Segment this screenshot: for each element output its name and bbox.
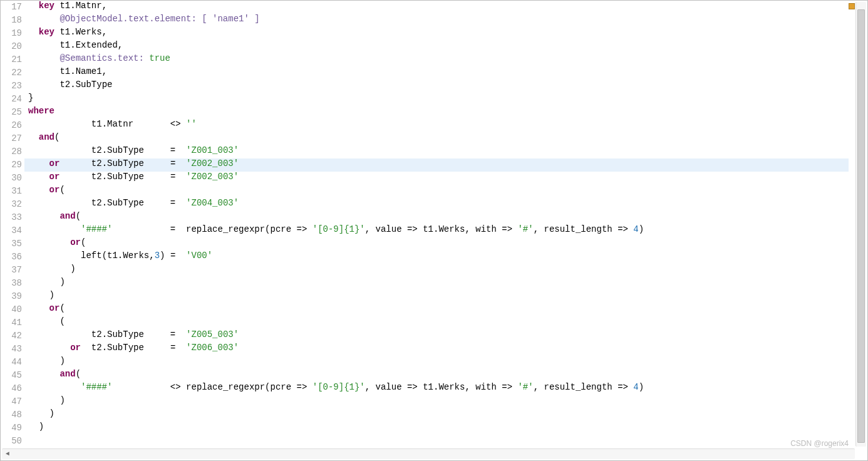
code-line[interactable]: or(	[24, 185, 849, 198]
token-kw: and	[59, 211, 75, 221]
token-punc: =	[170, 329, 175, 339]
token-plain: SubType	[76, 80, 113, 90]
code-line[interactable]: t1.Matnr <> ''	[24, 119, 849, 132]
token-plain	[307, 224, 312, 234]
token-plain: t1	[54, 1, 70, 11]
vertical-scrollbar[interactable]	[855, 2, 866, 447]
code-line[interactable]: @Semantics.text: true	[24, 53, 849, 66]
line-number: 41	[11, 316, 22, 329]
line-number: 21	[11, 53, 22, 66]
code-line[interactable]: or t2.SubType = 'Z002_003'	[24, 172, 849, 185]
code-line[interactable]: )	[24, 277, 849, 290]
code-line[interactable]: t2.SubType = 'Z005_003'	[24, 329, 849, 343]
code-line[interactable]	[24, 435, 849, 447]
token-punc: }	[28, 93, 33, 103]
token-punc: )	[49, 408, 54, 418]
token-plain: t1	[107, 251, 118, 261]
token-plain: t2	[28, 80, 70, 90]
code-line[interactable]: t2.SubType = 'Z001_003'	[24, 145, 849, 158]
token-plain	[28, 343, 70, 353]
overview-marker[interactable]	[849, 3, 855, 9]
horizontal-scrollbar[interactable]: ◄	[2, 448, 855, 459]
token-plain	[28, 14, 59, 24]
token-str: 'Z002_003'	[186, 158, 239, 168]
token-punc: .	[102, 172, 107, 182]
token-punc: )	[59, 356, 65, 366]
token-plain	[28, 158, 49, 168]
code-line[interactable]: )	[24, 290, 849, 303]
token-punc: ,	[465, 382, 470, 392]
token-plain	[28, 422, 39, 432]
token-punc: (	[265, 224, 270, 234]
token-plain	[28, 27, 39, 37]
code-line[interactable]: t1.Name1,	[24, 66, 849, 80]
code-line[interactable]: @ObjectModel.text.element: [ 'name1' ]	[24, 14, 849, 27]
token-punc: =	[170, 145, 175, 155]
token-punc: =>	[617, 382, 628, 392]
token-plain: t2	[59, 158, 101, 168]
code-line[interactable]: )	[24, 395, 849, 408]
line-number: 31	[11, 185, 22, 198]
token-punc: .	[102, 119, 107, 129]
token-plain: with	[470, 224, 502, 234]
code-line[interactable]: t2.SubType	[24, 80, 849, 93]
code-line[interactable]: )	[24, 422, 849, 435]
code-line[interactable]: and(	[24, 369, 849, 382]
code-line[interactable]: or t2.SubType = 'Z002_003'	[24, 158, 849, 172]
token-str: '####'	[81, 382, 112, 392]
code-line[interactable]: t2.SubType = 'Z004_003'	[24, 198, 849, 211]
code-line[interactable]: )	[24, 356, 849, 369]
code-line[interactable]: where	[24, 106, 849, 119]
vertical-scroll-thumb[interactable]	[857, 9, 865, 443]
line-number: 29	[11, 158, 22, 172]
code-line[interactable]: key t1.Werks,	[24, 27, 849, 40]
token-plain	[28, 277, 59, 287]
token-punc: .	[102, 158, 107, 168]
token-plain: t1	[418, 224, 433, 234]
token-punc: .	[70, 66, 75, 76]
token-plain: replace_regexpr	[175, 224, 265, 234]
token-plain: t1	[54, 27, 70, 37]
scroll-left-button[interactable]: ◄	[3, 450, 12, 458]
token-plain: SubType	[107, 158, 170, 168]
line-number: 38	[11, 277, 22, 290]
code-line[interactable]: and(	[24, 132, 849, 145]
code-line[interactable]: or(	[24, 303, 849, 316]
token-plain	[112, 382, 170, 392]
line-number: 34	[11, 224, 22, 237]
token-punc: ,	[149, 251, 154, 261]
code-line[interactable]: '####' <> replace_regexpr(pcre => '[0-9]…	[24, 382, 849, 395]
token-punc: (	[59, 185, 65, 195]
token-kw: or	[49, 185, 60, 195]
token-punc: (	[59, 303, 65, 313]
token-punc: ,	[102, 1, 107, 11]
code-line[interactable]: }	[24, 93, 849, 106]
token-kw: or	[49, 158, 60, 168]
code-line[interactable]: )	[24, 408, 849, 422]
token-punc: =>	[617, 224, 628, 234]
code-line[interactable]: left(t1.Werks,3) = 'V00'	[24, 251, 849, 264]
code-line[interactable]: (	[24, 316, 849, 329]
token-plain: Werks	[76, 27, 102, 37]
code-line[interactable]: )	[24, 264, 849, 277]
token-str: 'V00'	[186, 251, 212, 261]
token-plain: Matnr	[107, 119, 170, 129]
code-line[interactable]: key t1.Matnr,	[24, 1, 849, 14]
token-plain: Werks	[438, 224, 465, 234]
code-line[interactable]: and(	[24, 211, 849, 224]
token-plain: t2	[59, 172, 101, 182]
code-area[interactable]: key t1.Matnr, @ObjectModel.text.element:…	[24, 1, 849, 447]
token-plain	[175, 198, 186, 208]
token-punc: =>	[502, 224, 512, 234]
code-line[interactable]: '####' = replace_regexpr(pcre => '[0-9]{…	[24, 224, 849, 237]
token-plain	[175, 172, 186, 182]
line-number: 32	[11, 198, 22, 211]
line-number: 20	[11, 40, 22, 53]
code-line[interactable]: or t2.SubType = 'Z006_003'	[24, 343, 849, 356]
token-punc: ,	[118, 40, 123, 50]
token-punc: (	[265, 382, 270, 392]
token-punc: .	[118, 251, 123, 261]
code-line[interactable]: t1.Extended,	[24, 40, 849, 53]
token-kw: and	[39, 132, 54, 142]
code-line[interactable]: or(	[24, 237, 849, 251]
